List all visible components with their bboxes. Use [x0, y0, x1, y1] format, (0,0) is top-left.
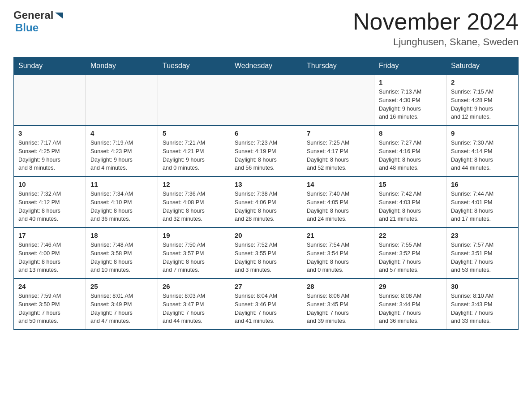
col-header-wednesday: Wednesday: [230, 57, 302, 75]
col-header-monday: Monday: [86, 57, 158, 75]
day-info: Sunrise: 7:34 AM Sunset: 4:10 PM Dayligh…: [90, 190, 153, 223]
title-block: November 2024 Ljunghusen, Skane, Sweden: [353, 9, 519, 48]
day-number: 28: [307, 283, 369, 290]
col-header-thursday: Thursday: [302, 57, 374, 75]
day-info: Sunrise: 7:25 AM Sunset: 4:17 PM Dayligh…: [307, 139, 369, 172]
calendar-cell: 5Sunrise: 7:21 AM Sunset: 4:21 PM Daylig…: [158, 125, 230, 176]
day-number: 27: [235, 283, 297, 290]
day-number: 12: [163, 180, 225, 188]
week-row-3: 10Sunrise: 7:32 AM Sunset: 4:12 PM Dayli…: [14, 176, 519, 227]
day-number: 20: [235, 231, 297, 239]
logo: General Blue: [13, 9, 64, 34]
day-number: 13: [235, 180, 297, 188]
day-info: Sunrise: 7:15 AM Sunset: 4:28 PM Dayligh…: [451, 88, 514, 121]
calendar-cell: 17Sunrise: 7:46 AM Sunset: 4:00 PM Dayli…: [14, 227, 86, 278]
calendar-cell: 13Sunrise: 7:38 AM Sunset: 4:06 PM Dayli…: [230, 176, 302, 227]
day-number: 16: [451, 180, 514, 188]
day-info: Sunrise: 7:17 AM Sunset: 4:25 PM Dayligh…: [18, 139, 81, 172]
calendar-cell: 29Sunrise: 8:08 AM Sunset: 3:44 PM Dayli…: [374, 278, 446, 330]
calendar-cell: [158, 75, 230, 126]
calendar-title: November 2024: [353, 9, 519, 34]
day-info: Sunrise: 8:10 AM Sunset: 3:43 PM Dayligh…: [451, 292, 514, 325]
day-info: Sunrise: 7:59 AM Sunset: 3:50 PM Dayligh…: [18, 292, 81, 325]
calendar-cell: 14Sunrise: 7:40 AM Sunset: 4:05 PM Dayli…: [302, 176, 374, 227]
day-info: Sunrise: 7:50 AM Sunset: 3:57 PM Dayligh…: [163, 241, 225, 274]
logo-general-text: General: [13, 9, 53, 21]
calendar-cell: 2Sunrise: 7:15 AM Sunset: 4:28 PM Daylig…: [446, 75, 519, 126]
day-number: 23: [451, 231, 514, 239]
calendar-cell: 7Sunrise: 7:25 AM Sunset: 4:17 PM Daylig…: [302, 125, 374, 176]
day-number: 25: [90, 283, 153, 290]
col-header-saturday: Saturday: [446, 57, 519, 75]
day-number: 2: [451, 78, 514, 86]
calendar-cell: 28Sunrise: 8:06 AM Sunset: 3:45 PM Dayli…: [302, 278, 374, 330]
day-number: 11: [90, 180, 153, 188]
calendar-cell: 27Sunrise: 8:04 AM Sunset: 3:46 PM Dayli…: [230, 278, 302, 330]
calendar-cell: [14, 75, 86, 126]
calendar-cell: 4Sunrise: 7:19 AM Sunset: 4:23 PM Daylig…: [86, 125, 158, 176]
calendar-cell: 6Sunrise: 7:23 AM Sunset: 4:19 PM Daylig…: [230, 125, 302, 176]
day-number: 24: [18, 283, 81, 290]
col-header-tuesday: Tuesday: [158, 57, 230, 75]
calendar-cell: 15Sunrise: 7:42 AM Sunset: 4:03 PM Dayli…: [374, 176, 446, 227]
calendar-cell: 10Sunrise: 7:32 AM Sunset: 4:12 PM Dayli…: [14, 176, 86, 227]
day-number: 4: [90, 129, 153, 137]
day-info: Sunrise: 7:23 AM Sunset: 4:19 PM Dayligh…: [235, 139, 297, 172]
calendar-cell: 19Sunrise: 7:50 AM Sunset: 3:57 PM Dayli…: [158, 227, 230, 278]
day-number: 19: [163, 231, 225, 239]
day-number: 1: [379, 78, 442, 86]
day-number: 22: [379, 231, 442, 239]
day-info: Sunrise: 8:08 AM Sunset: 3:44 PM Dayligh…: [379, 292, 442, 325]
logo-blue-text: Blue: [15, 21, 64, 34]
day-info: Sunrise: 7:32 AM Sunset: 4:12 PM Dayligh…: [18, 190, 81, 223]
calendar-cell: 16Sunrise: 7:44 AM Sunset: 4:01 PM Dayli…: [446, 176, 519, 227]
calendar-cell: [230, 75, 302, 126]
calendar-cell: [86, 75, 158, 126]
calendar-cell: 1Sunrise: 7:13 AM Sunset: 4:30 PM Daylig…: [374, 75, 446, 126]
day-number: 9: [451, 129, 514, 137]
day-info: Sunrise: 7:13 AM Sunset: 4:30 PM Dayligh…: [379, 88, 442, 121]
day-info: Sunrise: 7:19 AM Sunset: 4:23 PM Dayligh…: [90, 139, 153, 172]
day-info: Sunrise: 8:03 AM Sunset: 3:47 PM Dayligh…: [163, 292, 225, 325]
calendar-cell: 30Sunrise: 8:10 AM Sunset: 3:43 PM Dayli…: [446, 278, 519, 330]
day-info: Sunrise: 7:54 AM Sunset: 3:54 PM Dayligh…: [307, 241, 369, 274]
day-number: 26: [163, 283, 225, 290]
week-row-1: 1Sunrise: 7:13 AM Sunset: 4:30 PM Daylig…: [14, 75, 519, 126]
calendar-cell: 20Sunrise: 7:52 AM Sunset: 3:55 PM Dayli…: [230, 227, 302, 278]
calendar-header-row: SundayMondayTuesdayWednesdayThursdayFrid…: [14, 57, 519, 75]
day-number: 10: [18, 180, 81, 188]
day-info: Sunrise: 7:55 AM Sunset: 3:52 PM Dayligh…: [379, 241, 442, 274]
col-header-friday: Friday: [374, 57, 446, 75]
day-info: Sunrise: 7:52 AM Sunset: 3:55 PM Dayligh…: [235, 241, 297, 274]
calendar-cell: 18Sunrise: 7:48 AM Sunset: 3:58 PM Dayli…: [86, 227, 158, 278]
calendar-cell: 25Sunrise: 8:01 AM Sunset: 3:49 PM Dayli…: [86, 278, 158, 330]
day-info: Sunrise: 7:40 AM Sunset: 4:05 PM Dayligh…: [307, 190, 369, 223]
day-number: 29: [379, 283, 442, 290]
week-row-2: 3Sunrise: 7:17 AM Sunset: 4:25 PM Daylig…: [14, 125, 519, 176]
day-number: 3: [18, 129, 81, 137]
calendar-cell: 8Sunrise: 7:27 AM Sunset: 4:16 PM Daylig…: [374, 125, 446, 176]
day-info: Sunrise: 7:38 AM Sunset: 4:06 PM Dayligh…: [235, 190, 297, 223]
week-row-4: 17Sunrise: 7:46 AM Sunset: 4:00 PM Dayli…: [14, 227, 519, 278]
day-info: Sunrise: 7:48 AM Sunset: 3:58 PM Dayligh…: [90, 241, 153, 274]
calendar-cell: 24Sunrise: 7:59 AM Sunset: 3:50 PM Dayli…: [14, 278, 86, 330]
day-info: Sunrise: 8:04 AM Sunset: 3:46 PM Dayligh…: [235, 292, 297, 325]
day-number: 8: [379, 129, 442, 137]
calendar-cell: 21Sunrise: 7:54 AM Sunset: 3:54 PM Dayli…: [302, 227, 374, 278]
day-info: Sunrise: 7:30 AM Sunset: 4:14 PM Dayligh…: [451, 139, 514, 172]
calendar-subtitle: Ljunghusen, Skane, Sweden: [353, 36, 519, 48]
day-info: Sunrise: 8:06 AM Sunset: 3:45 PM Dayligh…: [307, 292, 369, 325]
calendar-cell: 12Sunrise: 7:36 AM Sunset: 4:08 PM Dayli…: [158, 176, 230, 227]
calendar-cell: 11Sunrise: 7:34 AM Sunset: 4:10 PM Dayli…: [86, 176, 158, 227]
svg-marker-0: [55, 13, 63, 19]
day-number: 14: [307, 180, 369, 188]
day-info: Sunrise: 7:27 AM Sunset: 4:16 PM Dayligh…: [379, 139, 442, 172]
calendar-cell: 9Sunrise: 7:30 AM Sunset: 4:14 PM Daylig…: [446, 125, 519, 176]
calendar-table: SundayMondayTuesdayWednesdayThursdayFrid…: [13, 57, 519, 330]
calendar-cell: 3Sunrise: 7:17 AM Sunset: 4:25 PM Daylig…: [14, 125, 86, 176]
day-number: 17: [18, 231, 81, 239]
day-number: 6: [235, 129, 297, 137]
calendar-cell: [302, 75, 374, 126]
week-row-5: 24Sunrise: 7:59 AM Sunset: 3:50 PM Dayli…: [14, 278, 519, 330]
day-number: 7: [307, 129, 369, 137]
